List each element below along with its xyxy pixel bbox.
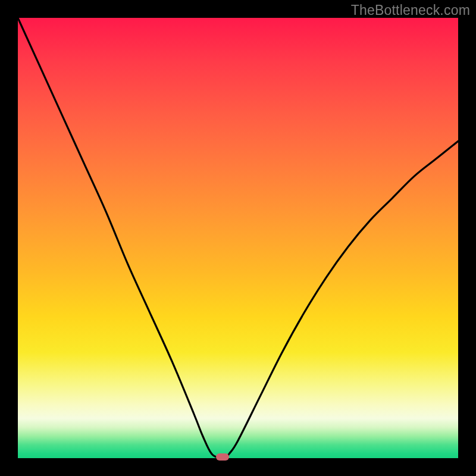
plot-area [18,18,458,458]
watermark-text: TheBottleneck.com [351,2,470,18]
bottleneck-curve [18,18,458,458]
chart-frame: TheBottleneck.com [0,0,476,476]
optimal-marker [216,453,229,461]
